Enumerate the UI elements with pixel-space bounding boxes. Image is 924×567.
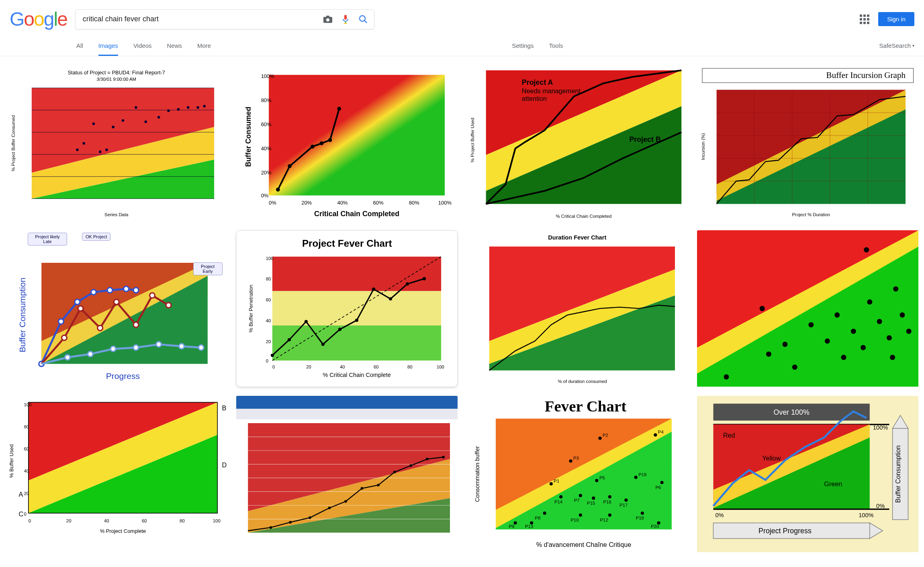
chart-annotation: attention [522, 95, 547, 102]
svg-text:0: 0 [266, 358, 268, 363]
svg-text:40: 40 [266, 318, 271, 323]
svg-text:80%: 80% [261, 97, 271, 103]
search-icon[interactable] [358, 14, 368, 25]
mic-icon[interactable] [340, 14, 351, 25]
svg-point-136 [834, 313, 840, 318]
svg-point-143 [893, 287, 898, 292]
svg-point-146 [864, 247, 869, 252]
svg-point-95 [198, 345, 204, 350]
safesearch-label: SafeSearch [879, 42, 911, 49]
svg-point-203 [634, 476, 638, 479]
svg-rect-34 [269, 75, 445, 195]
axis-tick: 100% [859, 512, 873, 518]
svg-point-89 [65, 355, 70, 360]
y-axis-label: Incursion (%) [701, 133, 705, 160]
svg-point-223 [641, 512, 644, 515]
svg-point-217 [543, 512, 546, 515]
svg-point-87 [149, 293, 155, 298]
x-axis-label: Series Data [104, 212, 129, 217]
svg-rect-166 [236, 396, 458, 409]
svg-point-92 [133, 345, 139, 350]
google-logo[interactable]: Google [10, 8, 67, 30]
tab-images[interactable]: Images [98, 37, 118, 56]
tab-tools[interactable]: Tools [549, 37, 563, 56]
svg-point-105 [338, 328, 341, 331]
svg-point-188 [442, 456, 444, 458]
svg-point-213 [608, 495, 611, 499]
svg-point-139 [867, 299, 872, 305]
apps-icon[interactable] [860, 14, 869, 24]
svg-point-147 [841, 355, 846, 360]
safesearch-dropdown[interactable]: SafeSearch ▾ [879, 37, 914, 56]
svg-point-27 [157, 116, 160, 119]
svg-point-39 [328, 138, 332, 142]
x-axis-label: Critical Chain Completed [314, 210, 399, 218]
tab-all[interactable]: All [76, 37, 83, 56]
svg-point-195 [654, 433, 657, 436]
chart-title: Buffer Incursion Graph [826, 70, 906, 80]
svg-text:P8: P8 [535, 516, 540, 520]
svg-point-29 [177, 108, 180, 111]
svg-point-209 [579, 494, 582, 497]
result-thumbnail-6[interactable]: Project Fever Chart % Buffer Penetration… [236, 230, 458, 387]
svg-point-90 [88, 352, 93, 357]
y-axis-label: Consommation buffer [474, 446, 480, 502]
svg-point-135 [824, 339, 830, 344]
svg-text:P5: P5 [599, 475, 605, 480]
svg-text:P9: P9 [509, 524, 514, 529]
result-thumbnail-9[interactable]: % Buffer Used % Project Complete A B C D… [6, 396, 227, 552]
svg-point-179 [289, 521, 291, 524]
chart-subtitle: 3/30/01 9:00:00 AM [97, 77, 136, 82]
tab-more[interactable]: More [197, 37, 211, 56]
result-thumbnail-4[interactable]: Buffer Incursion Graph Incursion (%) Pro… [697, 65, 919, 221]
svg-point-148 [792, 364, 797, 370]
svg-point-104 [321, 343, 324, 346]
svg-point-22 [105, 149, 108, 151]
svg-point-83 [78, 306, 83, 311]
svg-text:60: 60 [24, 446, 29, 451]
result-thumbnail-11[interactable]: Fever Chart P2 P4 P3 P1 P5 P19 P6 P14 P7… [466, 396, 688, 552]
svg-point-35 [276, 188, 280, 192]
tab-settings[interactable]: Settings [512, 37, 534, 56]
svg-point-102 [287, 338, 290, 342]
svg-point-24 [122, 119, 124, 122]
svg-point-140 [877, 319, 882, 324]
svg-point-26 [144, 121, 147, 123]
chart-title: Project Fever Chart [302, 238, 392, 249]
tab-news[interactable]: News [167, 37, 182, 56]
svg-point-28 [167, 109, 170, 112]
result-thumbnail-10[interactable] [236, 396, 458, 552]
axis-tick: 100% [873, 425, 887, 431]
svg-text:0%: 0% [261, 192, 268, 199]
search-input[interactable] [83, 15, 323, 23]
svg-text:P15: P15 [587, 501, 595, 506]
svg-text:P2: P2 [603, 433, 608, 438]
svg-point-82 [62, 335, 67, 340]
svg-text:20: 20 [266, 339, 271, 344]
svg-text:P3: P3 [573, 456, 579, 461]
svg-point-205 [660, 481, 664, 484]
result-thumbnail-3[interactable]: Project A Needs management attention Pro… [466, 65, 688, 221]
svg-point-81 [133, 288, 139, 293]
svg-text:60: 60 [142, 518, 147, 523]
tab-videos[interactable]: Videos [133, 37, 152, 56]
result-thumbnail-1[interactable]: Status of Project = PBUD4: Final Report-… [6, 65, 227, 221]
svg-point-37 [310, 145, 314, 149]
y-axis-label: Buffer Consumed [244, 107, 252, 167]
result-thumbnail-2[interactable]: Buffer Consumed Critical Chain Completed… [236, 65, 458, 221]
result-thumbnail-5[interactable]: Buffer Consumption Progress Project like… [6, 230, 227, 387]
svg-point-103 [304, 320, 307, 323]
result-thumbnail-8[interactable] [697, 230, 919, 387]
svg-point-184 [377, 484, 379, 486]
result-thumbnail-7[interactable]: Duration Fever Chart % of duration consu… [466, 230, 688, 387]
camera-icon[interactable] [323, 14, 333, 25]
svg-point-141 [887, 335, 892, 340]
y-axis-label: % Project Buffer Used [470, 118, 475, 162]
svg-point-142 [890, 355, 895, 360]
svg-point-18 [76, 149, 78, 151]
svg-text:80: 80 [180, 518, 185, 523]
result-thumbnail-12[interactable]: Over 100% Red Yellow Green 0% 100% 100% … [697, 396, 919, 552]
signin-button[interactable]: Sign in [878, 12, 914, 26]
svg-point-91 [110, 346, 116, 352]
svg-text:60%: 60% [373, 200, 383, 206]
